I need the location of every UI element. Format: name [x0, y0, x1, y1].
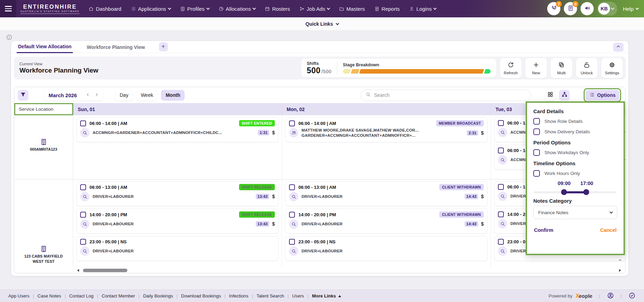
scroll-right-icon[interactable]	[619, 269, 621, 272]
checkbox[interactable]	[533, 128, 540, 135]
new-button[interactable]: New	[525, 58, 547, 78]
checkbox[interactable]	[533, 149, 540, 156]
shift-checkbox[interactable]	[80, 120, 86, 126]
confirm-button[interactable]: Confirm	[534, 227, 553, 233]
month-view-button[interactable]: Month	[161, 90, 185, 101]
quick-links-bar[interactable]: Quick Links	[0, 17, 644, 31]
shift-card[interactable]: 06:00 - 14:00 | AMSHIFT ENTEREDACCMNGR+G…	[76, 117, 279, 142]
profile-circle-icon[interactable]	[607, 292, 614, 300]
footer-link[interactable]: Infections	[229, 293, 248, 299]
user-menu[interactable]: KB	[597, 2, 617, 16]
search-input[interactable]	[374, 92, 526, 98]
period-selector[interactable]: March 2026	[44, 90, 103, 101]
app-logo[interactable]: ENTIREONHIRE AUSTRALIA'S STAFFING SOFTWA…	[20, 3, 79, 14]
nav-item-masters[interactable]: Masters	[339, 6, 365, 12]
dollar-icon[interactable]: $	[481, 194, 484, 199]
avatar[interactable]: KB	[598, 3, 610, 15]
option-work-hours-only[interactable]: Work Hours Only	[533, 170, 617, 177]
dollar-icon[interactable]: $	[481, 221, 484, 227]
notes-category-select[interactable]: Finance Notes	[533, 206, 617, 219]
search-icon[interactable]	[80, 219, 90, 229]
shift-card[interactable]: 06:00 - 13:00 | AMSHIFT RELEASEDRIVER+LA…	[76, 181, 279, 206]
nav-item-job-ads[interactable]: Job Ads	[299, 6, 330, 12]
shift-checkbox[interactable]	[80, 239, 86, 245]
checkbox[interactable]	[533, 118, 540, 125]
shift-card[interactable]: 06:00 - 14:00 | AMMEMBER BROADCASTMATTHE…	[285, 117, 488, 142]
slider-range[interactable]	[564, 191, 586, 193]
dollar-icon[interactable]: $	[481, 130, 484, 136]
slider-handle-start[interactable]	[561, 189, 567, 195]
dollar-icon[interactable]: $	[272, 194, 275, 199]
search-icon[interactable]	[498, 155, 507, 165]
unlock-button[interactable]: Unlock	[576, 58, 598, 78]
checkbox[interactable]	[533, 170, 540, 177]
shift-checkbox[interactable]	[289, 239, 295, 245]
nav-item-logins[interactable]: Logins	[409, 6, 436, 12]
search-icon[interactable]	[498, 219, 507, 228]
work-hours-slider[interactable]	[534, 191, 617, 193]
nav-item-allocations[interactable]: Allocations	[219, 6, 256, 12]
footer-link[interactable]: Contact Log	[69, 293, 93, 299]
people-icon[interactable]	[289, 128, 298, 137]
search-icon[interactable]	[498, 128, 507, 137]
notes-button[interactable]: 0	[564, 2, 577, 15]
option-show-workdays-only[interactable]: Show Workdays Only	[533, 149, 617, 156]
shift-checkbox[interactable]	[80, 212, 86, 218]
shift-checkbox[interactable]	[289, 184, 295, 190]
search-icon[interactable]	[498, 246, 507, 256]
announcements-button[interactable]	[581, 2, 594, 15]
dollar-icon[interactable]: $	[272, 130, 275, 135]
prev-period-button[interactable]	[85, 92, 91, 99]
search-icon[interactable]	[289, 219, 298, 229]
search-icon[interactable]	[80, 128, 90, 137]
search-icon[interactable]	[498, 192, 507, 201]
collapse-panel-button[interactable]	[613, 43, 624, 52]
shift-checkbox[interactable]	[498, 211, 504, 217]
help-menu[interactable]: Help	[623, 6, 638, 12]
footer-link[interactable]: Contact Member	[102, 293, 135, 299]
settings-button[interactable]: Settings	[601, 58, 623, 78]
more-links-button[interactable]: More Links	[312, 293, 341, 299]
nav-item-reports[interactable]: Reports	[374, 6, 400, 12]
footer-link[interactable]: Daily Bookings	[143, 293, 173, 299]
nav-item-profiles[interactable]: Profiles	[180, 6, 209, 12]
footer-link[interactable]: Users	[292, 293, 304, 299]
week-view-button[interactable]: Week	[136, 90, 158, 101]
day-view-button[interactable]: Day	[115, 90, 133, 101]
shift-card[interactable]: 23:00 - 05:00 | NSDRIVER+LABOURER	[285, 236, 488, 261]
shift-card[interactable]: 14:00 - 20:00 | PMSHIFT RELEASEDRIVER+LA…	[76, 209, 279, 234]
cancel-button[interactable]: Cancel	[600, 227, 617, 233]
shift-checkbox[interactable]	[289, 120, 295, 126]
scroll-down-icon[interactable]	[618, 258, 622, 264]
add-view-button[interactable]	[159, 42, 168, 51]
nav-item-rosters[interactable]: Rosters	[265, 6, 290, 12]
day-header-sun[interactable]: Sun, 01	[73, 103, 282, 115]
refresh-button[interactable]: Refresh	[500, 58, 522, 78]
shift-checkbox[interactable]	[80, 184, 86, 190]
horizontal-scrollbar[interactable]	[14, 268, 625, 273]
tab-default-view-allocation[interactable]: Default View Allocation	[17, 41, 73, 53]
shift-card[interactable]: 23:00 - 05:00 | NSDRIVER+LABOURER	[76, 236, 279, 261]
search-icon[interactable]	[289, 246, 298, 256]
scroll-left-icon[interactable]	[77, 269, 79, 272]
nav-item-dashboard[interactable]: Dashboard	[88, 6, 121, 12]
options-button[interactable]: Options	[585, 90, 619, 100]
nav-item-applications[interactable]: Applications	[131, 6, 171, 12]
xeople-logo[interactable]: Xeople	[576, 293, 593, 300]
footer-link[interactable]: Talent Search	[256, 293, 284, 299]
next-period-button[interactable]	[94, 92, 99, 99]
shift-checkbox[interactable]	[498, 148, 504, 153]
option-show-role-details[interactable]: Show Role Details	[533, 118, 617, 125]
shift-checkbox[interactable]	[498, 239, 504, 245]
location-item[interactable]: 123 CABS MAYFIELD WEST TEST	[14, 245, 73, 264]
shift-checkbox[interactable]	[498, 184, 504, 190]
footer-link[interactable]: Case Notes	[37, 293, 61, 299]
day-header-mon[interactable]: Mon, 02	[282, 103, 491, 115]
shift-card[interactable]: 06:00 - 13:00 | AMCLIENT WITHDRAWNDRIVER…	[285, 181, 488, 206]
multi-button[interactable]: Multi	[551, 58, 572, 78]
option-show-delivery-details[interactable]: Show Delivery Details	[533, 128, 617, 135]
service-location-header[interactable]: Service Location	[14, 103, 73, 115]
footer-link[interactable]: App Users	[8, 293, 29, 299]
shift-checkbox[interactable]	[498, 120, 504, 126]
shift-card[interactable]: 14:00 - 20:00 | PMCLIENT WITHDRAWNDRIVER…	[285, 209, 488, 234]
